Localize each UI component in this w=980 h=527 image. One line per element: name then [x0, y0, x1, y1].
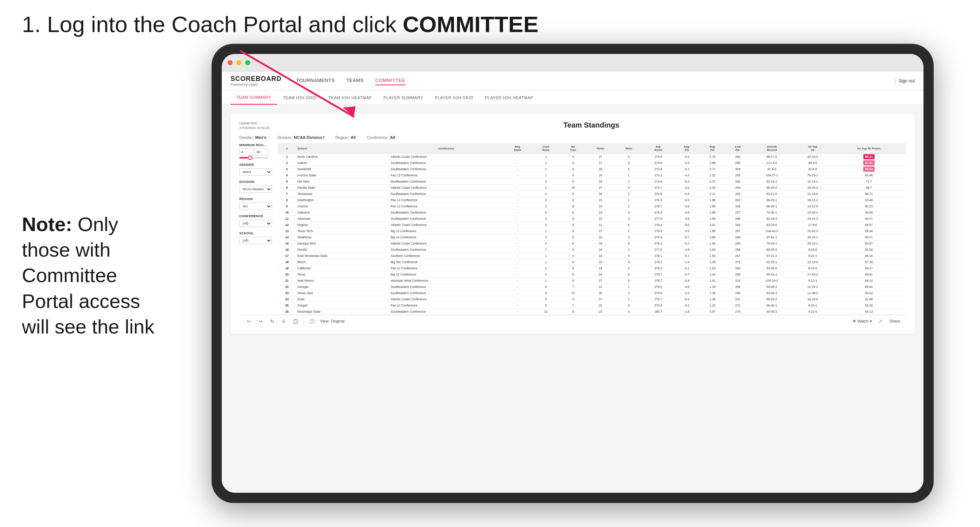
sub-nav-team-summary[interactable]: TEAM SUMMARY: [231, 90, 277, 105]
browser-close-dot[interactable]: [228, 60, 233, 65]
region-select[interactable]: N/A East West: [239, 203, 272, 210]
cell-rnds: 24: [586, 241, 615, 247]
table-row: 2 Auburn Southeastern Conference - 1 9 2…: [278, 160, 906, 166]
division-filter-label: Division: [239, 180, 272, 184]
cell-no-tour: 9: [560, 228, 586, 234]
view-original-button[interactable]: View: Original: [320, 319, 345, 323]
cell-school: Texas A&M: [296, 290, 389, 296]
cell-conf-rank: 1: [532, 228, 560, 234]
nav-tournaments[interactable]: TOURNAMENTS: [296, 76, 335, 85]
toolbar-refresh-icon[interactable]: ↻: [269, 317, 276, 325]
toolbar-paste-icon[interactable]: 📋: [292, 317, 299, 325]
conference-select[interactable]: (All): [239, 220, 272, 227]
cell-rnds: 27: [586, 296, 615, 303]
cell-avg-sg: -4.6: [674, 203, 700, 210]
cell-conference: Southeastern Conference: [389, 216, 503, 222]
cell-points: 68.54: [832, 284, 906, 290]
cell-points: 87.21: [832, 160, 906, 166]
cell-points: 67.34: [832, 259, 906, 265]
cell-avg-sg: -6.2: [674, 241, 700, 247]
share-button[interactable]: Share: [889, 319, 900, 323]
cell-avg-par: 1.30: [700, 290, 725, 296]
filter-region: Region: All: [335, 135, 356, 140]
cell-reg-rank: -: [503, 271, 532, 278]
division-select[interactable]: NCAA Division I NCAA Division II NCAA Di…: [239, 186, 272, 193]
card-header: Update time: 27/03/2024 16:56:26 Team St…: [239, 121, 906, 130]
cell-reg-rank: -: [503, 185, 532, 191]
sub-nav-team-h2h-grid[interactable]: TEAM H2H GRID: [277, 90, 323, 105]
cell-avg-par: 1.90: [700, 216, 725, 222]
cell-adj-score: 276.3: [643, 197, 674, 203]
sub-nav: TEAM SUMMARY TEAM H2H GRID TEAM H2H HEAT…: [222, 90, 923, 105]
cell-points: 68.91: [832, 271, 906, 278]
cell-overall: 66-40-1: [750, 303, 794, 309]
cell-conference: Southeastern Conference: [389, 284, 503, 290]
cell-wins: 6: [615, 222, 643, 228]
tablet-frame: SCOREBOARD Powered by clippd TOURNAMENTS…: [212, 44, 934, 503]
table-row: 16 Florida Southeastern Conference - 7 9…: [278, 247, 906, 253]
max-rounds-input[interactable]: [255, 148, 269, 156]
cell-overall: 62-25-1: [750, 259, 794, 265]
cell-avg-par: 1.21: [700, 303, 725, 309]
toolbar-undo-icon[interactable]: ↩: [245, 317, 252, 325]
cell-rnds: 24: [586, 265, 615, 271]
cell-rank: 19: [278, 265, 296, 271]
cell-wins: 1: [615, 172, 643, 179]
cell-overall: 59-39-1: [750, 284, 794, 290]
browser-minimize-dot[interactable]: [236, 60, 242, 65]
cell-avg-par: 2.11: [700, 191, 725, 197]
cell-points: 68.42: [832, 290, 906, 296]
cell-overall: 59-41-1: [750, 271, 794, 278]
sign-out-button[interactable]: Sign out: [899, 78, 915, 83]
sub-nav-player-summary[interactable]: PLAYER SUMMARY: [377, 90, 429, 105]
cell-conference: Southeastern Conference: [389, 160, 503, 166]
toolbar-resize-icon[interactable]: ⤢: [877, 317, 885, 325]
cell-no-tour: 9: [560, 172, 586, 179]
toolbar-divider: [304, 318, 304, 324]
cell-overall: 83-25-0: [750, 265, 794, 271]
table-row: 15 Georgia Tech Atlantic Coast Conferenc…: [278, 241, 906, 247]
sub-nav-team-h2h-heatmap[interactable]: TEAM H2H HEATMAP: [322, 90, 377, 105]
gender-select[interactable]: Men's Women's: [239, 168, 272, 176]
cell-reg-rank: -: [503, 303, 532, 309]
step-number: 1.: [22, 12, 41, 37]
cell-adj-score: 277.5: [643, 247, 674, 253]
cell-adj-score: 279.5: [643, 303, 674, 309]
rounds-slider[interactable]: [239, 157, 269, 159]
cell-adj-score: 278.2: [643, 265, 674, 271]
cell-school: Texas: [296, 271, 389, 278]
sub-nav-player-h2h-heatmap[interactable]: PLAYER H2H HEATMAP: [479, 90, 539, 105]
cell-avg-sg: -4.0: [674, 172, 700, 179]
filter-group-minimum-rounds: Minimum Rou...: [239, 143, 272, 159]
cell-rank: 12: [278, 222, 296, 228]
min-max-inputs: [239, 148, 272, 156]
cell-wins: 2: [615, 234, 643, 241]
cell-rank: 16: [278, 247, 296, 253]
cell-wins: 2: [615, 265, 643, 271]
school-select[interactable]: (All): [239, 237, 272, 244]
cell-reg-rank: -: [503, 247, 532, 253]
browser-maximize-dot[interactable]: [245, 60, 250, 65]
toolbar-redo-icon[interactable]: ↪: [257, 317, 264, 325]
cell-overall: 86-26-1: [750, 203, 794, 210]
table-row: 3 Vanderbilt Southeastern Conference - 2…: [278, 166, 906, 172]
sub-nav-player-h2h-grid[interactable]: PLAYER H2H GRID: [429, 90, 479, 105]
nav-teams[interactable]: TEAMS: [347, 76, 364, 85]
cell-reg-rank: -: [503, 160, 532, 166]
cell-low-rd: 258: [725, 247, 750, 253]
toolbar-clock-icon[interactable]: 🕐: [308, 317, 315, 325]
cell-avg-sg: -5.5: [674, 191, 700, 197]
nav-committee[interactable]: COMMITTEE: [375, 76, 406, 85]
cell-vs25: 11-38-2: [794, 290, 832, 296]
cell-rnds: 21: [586, 222, 615, 228]
min-rounds-input[interactable]: [239, 148, 253, 156]
cell-wins: 6: [615, 241, 643, 247]
cell-rank: 26: [278, 309, 296, 315]
cell-wins: 1: [615, 284, 643, 290]
instruction-text: Log into the Coach Portal and click: [47, 12, 402, 37]
cell-adj-score: 277.0: [643, 216, 674, 222]
table-row: 9 Arizona Pac-12 Conference - 3 8 23 1 2…: [278, 203, 906, 210]
cell-vs25: 10-23-0: [794, 296, 832, 303]
toolbar-copy-icon[interactable]: ⎘: [280, 317, 287, 325]
watch-button[interactable]: 👁 Watch ▾: [852, 319, 872, 324]
